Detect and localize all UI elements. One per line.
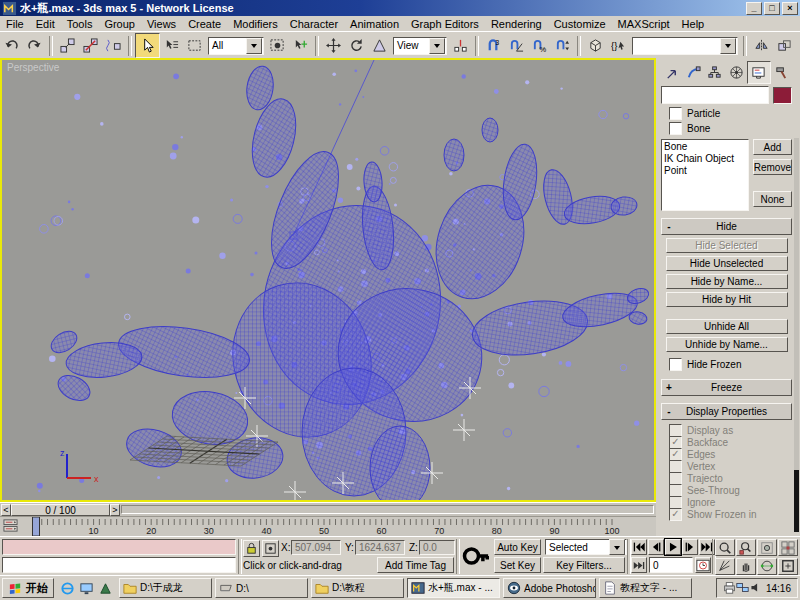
checkbox-box[interactable]: [669, 107, 682, 120]
tab-utilities[interactable]: [771, 62, 793, 83]
menu-character[interactable]: Character: [284, 18, 344, 30]
remove-button[interactable]: Remove: [753, 159, 792, 175]
viewport-canvas[interactable]: zx: [2, 60, 654, 500]
move-button[interactable]: [322, 34, 345, 57]
menu-file[interactable]: File: [0, 18, 30, 30]
time-slider-prev-button[interactable]: <: [1, 504, 11, 516]
maximize-viewport-button[interactable]: [778, 558, 798, 575]
bone-checkbox[interactable]: Bone: [661, 121, 792, 136]
zoom-extents-all-button[interactable]: [778, 539, 798, 556]
start-button[interactable]: 开始: [2, 578, 54, 598]
undo-button[interactable]: [0, 34, 23, 57]
display-as-checkbox[interactable]: Display as: [661, 424, 792, 436]
desktop-icon[interactable]: [79, 581, 94, 596]
lock-selection-icon[interactable]: [243, 540, 260, 557]
set-key-button[interactable]: Set Key: [494, 557, 541, 573]
unhide-all-button[interactable]: Unhide All: [666, 319, 788, 334]
close-button[interactable]: ×: [782, 2, 798, 15]
z-coordinate-field[interactable]: 0.0: [419, 540, 455, 555]
bind-spacewarp-button[interactable]: [102, 34, 125, 57]
vertex-checkbox[interactable]: Vertex: [661, 460, 792, 472]
checkbox-box[interactable]: [669, 358, 682, 371]
menu-modifiers[interactable]: Modifiers: [227, 18, 284, 30]
hide-by-name--button[interactable]: Hide by Name...: [666, 274, 788, 289]
mini-curve-editor-icon[interactable]: [3, 518, 18, 533]
object-color-swatch[interactable]: [773, 87, 792, 104]
zoom-button[interactable]: [715, 539, 735, 556]
arc-rotate-button[interactable]: [757, 558, 777, 575]
auto-key-button[interactable]: Auto Key: [494, 539, 541, 555]
y-coordinate-field[interactable]: 1624.637: [355, 540, 405, 555]
freeze-rollout-header[interactable]: +Freeze: [661, 379, 792, 396]
list-item[interactable]: Bone: [664, 141, 746, 153]
zoom-extents-button[interactable]: [757, 539, 777, 556]
trackbar-frame-handle[interactable]: [33, 517, 40, 536]
chevron-down-icon[interactable]: [246, 38, 262, 54]
prev-frame-button[interactable]: [648, 539, 664, 555]
use-center-button[interactable]: [449, 34, 472, 57]
named-selection-dropdown[interactable]: [632, 37, 738, 55]
redo-button[interactable]: [23, 34, 46, 57]
checkbox-box[interactable]: ✓: [669, 508, 682, 521]
taskbar-button[interactable]: D:\于成龙: [119, 578, 212, 598]
named-sets-button[interactable]: [584, 34, 607, 57]
go-start-button[interactable]: [631, 539, 647, 555]
chevron-down-icon[interactable]: [720, 38, 736, 54]
ie-icon[interactable]: [60, 581, 75, 596]
select-by-name-button[interactable]: [160, 34, 183, 57]
unhide-by-name--button[interactable]: Unhide by Name...: [666, 337, 788, 352]
menu-rendering[interactable]: Rendering: [485, 18, 548, 30]
tab-motion[interactable]: [726, 62, 748, 83]
minimize-button[interactable]: _: [746, 2, 762, 15]
taskbar-button[interactable]: Adobe Photoshop: [503, 578, 596, 598]
menu-tools[interactable]: Tools: [61, 18, 99, 30]
add-time-tag-button[interactable]: Add Time Tag: [377, 557, 454, 573]
selection-filter-dropdown[interactable]: All: [208, 37, 264, 55]
align-button[interactable]: [773, 34, 796, 57]
select-link-button[interactable]: [56, 34, 79, 57]
maxscript-listener-white[interactable]: [2, 557, 236, 573]
ignore-checkbox[interactable]: Ignore: [661, 496, 792, 508]
time-slider-next-button[interactable]: >: [110, 504, 120, 516]
next-frame-button[interactable]: [682, 539, 698, 555]
crossing-button[interactable]: [266, 34, 289, 57]
taskbar-button[interactable]: 水+瓶.max - ...: [407, 578, 500, 598]
trajecto-checkbox[interactable]: Trajecto: [661, 472, 792, 484]
hide-by-hit-button[interactable]: Hide by Hit: [666, 292, 788, 307]
rotate-button[interactable]: [345, 34, 368, 57]
x-coordinate-field[interactable]: 507.094: [291, 540, 341, 555]
time-slider-track[interactable]: [121, 505, 654, 514]
scale-button[interactable]: [368, 34, 391, 57]
select-button[interactable]: [135, 33, 160, 58]
time-slider-handle[interactable]: 0 / 100: [11, 504, 110, 516]
object-name-field[interactable]: [661, 86, 769, 104]
show-frozen-in-checkbox[interactable]: ✓Show Frozen in: [661, 508, 792, 520]
mirror-button[interactable]: [750, 34, 773, 57]
play-button[interactable]: [665, 539, 681, 555]
chevron-down-icon[interactable]: [429, 38, 445, 54]
key-mode-icon[interactable]: [631, 557, 647, 573]
menu-create[interactable]: Create: [182, 18, 227, 30]
menu-edit[interactable]: Edit: [30, 18, 61, 30]
menu-group[interactable]: Group: [98, 18, 141, 30]
media-icon[interactable]: [98, 581, 113, 596]
checkbox-box[interactable]: [669, 122, 682, 135]
hide-rollout-header[interactable]: -Hide: [661, 218, 792, 235]
tab-hierarchy[interactable]: [704, 62, 726, 83]
unlink-button[interactable]: [79, 34, 102, 57]
abs-offset-icon[interactable]: [262, 540, 279, 557]
menu-animation[interactable]: Animation: [344, 18, 405, 30]
see-throug-checkbox[interactable]: See-Throug: [661, 484, 792, 496]
angle-snap-button[interactable]: [505, 34, 528, 57]
viewport-label[interactable]: Perspective: [7, 62, 59, 73]
display-properties-rollout-header[interactable]: -Display Properties: [661, 403, 792, 420]
panel-scrollbar[interactable]: [794, 138, 799, 532]
tab-modify[interactable]: [683, 62, 705, 83]
chevron-down-icon[interactable]: [609, 539, 625, 555]
perspective-viewport[interactable]: zx Perspective: [0, 58, 656, 502]
menu-maxscript[interactable]: MAXScript: [612, 18, 676, 30]
particle-checkbox[interactable]: Particle: [661, 106, 792, 121]
coordsys-dropdown[interactable]: View: [393, 37, 447, 55]
backface-checkbox[interactable]: ✓Backface: [661, 436, 792, 448]
time-config-icon[interactable]: [695, 557, 711, 573]
